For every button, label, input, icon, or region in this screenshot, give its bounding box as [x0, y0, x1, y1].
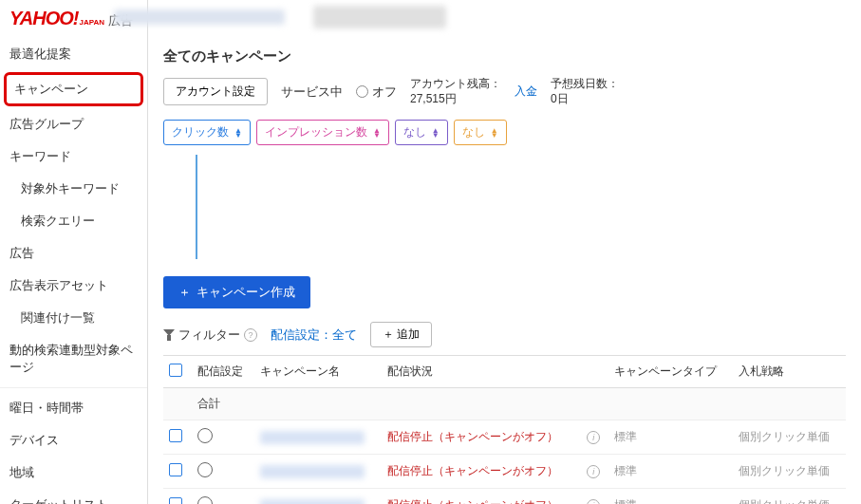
bid-strategy: 個別クリック単価: [733, 420, 846, 455]
chart-area: [196, 155, 846, 259]
delivery-toggle-icon[interactable]: [197, 462, 213, 477]
sidebar-item-13[interactable]: ターゲットリスト: [0, 489, 147, 504]
metric-dropdown-2[interactable]: なし▲▼: [395, 120, 448, 145]
balance-label: アカウント残高：: [410, 77, 501, 90]
add-filter-button[interactable]: ＋ 追加: [370, 322, 432, 347]
sidebar-item-5[interactable]: 検索クエリー: [0, 205, 147, 237]
sidebar-item-4[interactable]: 対象外キーワード: [0, 173, 147, 205]
campaign-name-blurred[interactable]: [260, 465, 365, 478]
help-icon[interactable]: ?: [244, 328, 257, 342]
metric-dropdown-0[interactable]: クリック数▲▼: [163, 120, 251, 145]
delivery-toggle-icon[interactable]: [197, 496, 213, 504]
sidebar-item-8[interactable]: 関連付け一覧: [0, 302, 147, 334]
col-header-2[interactable]: キャンペーン名: [254, 356, 382, 388]
filter-text: フィルター: [178, 327, 240, 344]
plus-icon: ＋: [178, 284, 191, 301]
row-checkbox[interactable]: [169, 497, 182, 504]
metric-dropdown-3[interactable]: なし▲▼: [454, 120, 507, 145]
sidebar-item-2[interactable]: 広告グループ: [0, 108, 147, 140]
sidebar-item-9[interactable]: 動的検索連動型対象ページ: [0, 334, 147, 383]
row-checkbox[interactable]: [169, 463, 182, 476]
status-serving: サービス中: [281, 84, 343, 101]
sort-icon: ▲▼: [234, 128, 242, 138]
page-title: 全てのキャンペーン: [163, 47, 846, 65]
metric-dropdown-1[interactable]: インプレッション数▲▼: [256, 120, 389, 145]
info-icon[interactable]: i: [587, 499, 600, 504]
col-header-6[interactable]: 入札戦略: [733, 356, 846, 388]
sort-icon: ▲▼: [491, 128, 498, 138]
campaign-table: 配信設定キャンペーン名配信状況キャンペーンタイプ入札戦略 合計配信停止（キャンペ…: [163, 355, 846, 504]
select-all-checkbox[interactable]: [169, 364, 182, 377]
days-remaining: 予想残日数： 0日: [551, 77, 619, 106]
header-blur: [114, 9, 285, 25]
col-header-4[interactable]: [581, 356, 608, 388]
table-row: 配信停止（キャンペーンがオフ）i標準個別クリック単価: [163, 420, 846, 455]
col-header-1[interactable]: 配信設定: [192, 356, 254, 388]
bid-strategy: 個別クリック単価: [733, 489, 846, 504]
balance-value: 27,515円: [410, 92, 457, 105]
sort-icon: ▲▼: [432, 128, 440, 138]
account-balance: アカウント残高： 27,515円: [410, 77, 501, 106]
metric-dropdowns: クリック数▲▼インプレッション数▲▼なし▲▼なし▲▼: [163, 120, 846, 145]
status-off-radio[interactable]: オフ: [356, 84, 397, 101]
col-header-3[interactable]: 配信状況: [382, 356, 582, 388]
filter-label[interactable]: フィルター ?: [163, 327, 257, 344]
filter-delivery-link[interactable]: 配信設定：全て: [271, 327, 357, 344]
col-header-0[interactable]: [163, 356, 192, 388]
row-checkbox[interactable]: [169, 429, 182, 442]
sidebar-item-7[interactable]: 広告表示アセット: [0, 270, 147, 302]
sidebar-item-12[interactable]: 地域: [0, 457, 147, 489]
delivery-toggle-icon[interactable]: [197, 428, 213, 443]
toolbar: アカウント設定 サービス中 オフ アカウント残高： 27,515円 入金 予想残…: [163, 77, 846, 106]
campaign-type: 標準: [608, 420, 734, 455]
add-label: 追加: [397, 327, 420, 341]
sidebar-item-6[interactable]: 広告: [0, 237, 147, 270]
info-icon[interactable]: i: [587, 465, 600, 478]
plus-icon: ＋: [383, 327, 397, 341]
delivery-status: 配信停止（キャンペーンがオフ）: [387, 498, 576, 504]
status-off-label: オフ: [372, 84, 397, 101]
info-icon[interactable]: i: [587, 431, 600, 444]
campaign-type: 標準: [608, 455, 734, 489]
funnel-icon: [163, 329, 175, 341]
radio-icon: [356, 85, 368, 98]
days-value: 0日: [551, 92, 569, 105]
campaign-name-blurred[interactable]: [260, 431, 365, 444]
table-total-row: 合計: [163, 388, 846, 420]
logo-japan: JAPAN: [80, 18, 105, 27]
filter-row: フィルター ? 配信設定：全て ＋ 追加: [163, 322, 846, 347]
delivery-status: 配信停止（キャンペーンがオフ）: [387, 430, 576, 445]
delivery-status: 配信停止（キャンペーンがオフ）: [387, 464, 576, 479]
create-campaign-button[interactable]: ＋ キャンペーン作成: [163, 276, 310, 308]
bid-strategy: 個別クリック単価: [733, 455, 846, 489]
header-blur-2: [313, 6, 446, 28]
days-label: 予想残日数：: [551, 77, 619, 90]
table-row: 配信停止（キャンペーンがオフ）i標準個別クリック単価: [163, 455, 846, 489]
sidebar-item-1[interactable]: キャンペーン: [4, 72, 143, 106]
sidebar-item-10[interactable]: 曜日・時間帯: [0, 392, 147, 424]
account-settings-button[interactable]: アカウント設定: [163, 78, 268, 105]
sidebar-item-0[interactable]: 最適化提案: [0, 38, 147, 70]
total-label: 合計: [192, 388, 254, 420]
col-header-5[interactable]: キャンペーンタイプ: [608, 356, 734, 388]
table-row: 配信停止（キャンペーンがオフ）i標準個別クリック単価: [163, 489, 846, 504]
create-campaign-label: キャンペーン作成: [197, 284, 295, 301]
campaign-name-blurred[interactable]: [260, 499, 365, 504]
main-content: 全てのキャンペーン アカウント設定 サービス中 オフ アカウント残高： 27,5…: [148, 0, 861, 504]
sidebar-item-3[interactable]: キーワード: [0, 140, 147, 173]
sidebar: 最適化提案キャンペーン広告グループキーワード対象外キーワード検索クエリー広告広告…: [0, 0, 148, 504]
sidebar-item-11[interactable]: デバイス: [0, 424, 147, 457]
campaign-type: 標準: [608, 489, 734, 504]
logo-yahoo: YAHOO!: [9, 8, 79, 29]
sort-icon: ▲▼: [373, 128, 381, 138]
deposit-link[interactable]: 入金: [515, 84, 537, 100]
